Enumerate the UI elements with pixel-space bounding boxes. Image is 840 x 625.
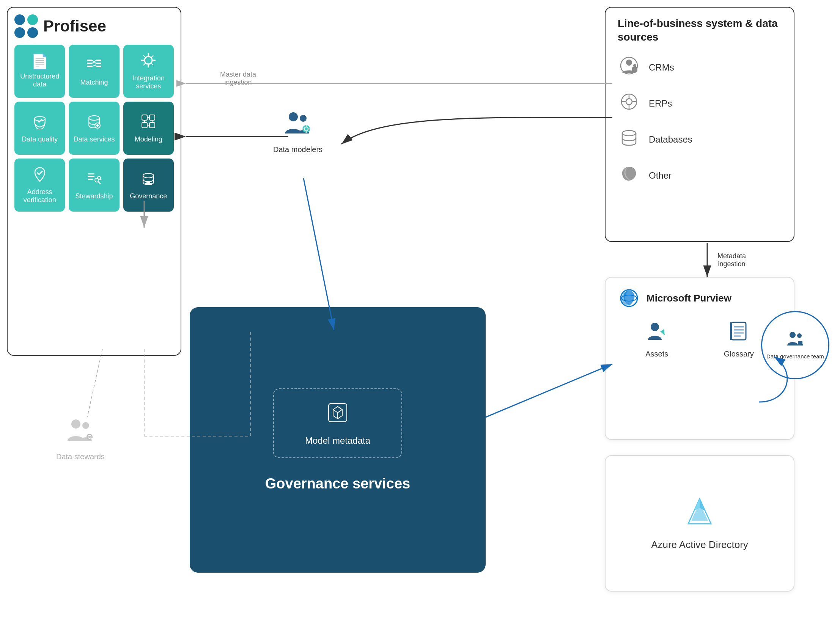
- crm-icon: [618, 56, 640, 80]
- svg-rect-5: [96, 66, 101, 67]
- tile-modeling[interactable]: Modeling: [123, 102, 174, 155]
- other-label: Other: [649, 170, 672, 181]
- tile-unstructured-data[interactable]: 📄 Unstructured data: [14, 45, 65, 98]
- svg-point-80: [790, 332, 796, 338]
- logo-dot-2: [27, 14, 38, 25]
- svg-line-8: [92, 65, 96, 66]
- svg-line-16: [151, 55, 153, 58]
- erp-label: ERPs: [649, 98, 672, 109]
- svg-point-60: [71, 419, 80, 429]
- tile-matching[interactable]: Matching: [69, 45, 119, 98]
- other-icon: [618, 164, 640, 188]
- data-stewards: Data stewards: [56, 417, 105, 461]
- profisee-title: Profisee: [43, 17, 106, 35]
- crm-label: CRMs: [649, 62, 674, 73]
- lob-item-crm: CRMs: [618, 56, 782, 80]
- svg-rect-33: [88, 179, 93, 180]
- address-verification-icon: [32, 166, 48, 184]
- svg-rect-39: [146, 182, 150, 183]
- lob-item-databases: Databases: [618, 128, 782, 152]
- governance-icon: [140, 170, 156, 188]
- svg-rect-40: [145, 183, 152, 184]
- svg-point-38: [143, 173, 154, 178]
- azure-icon: [684, 496, 715, 533]
- glossary-icon: [728, 321, 749, 346]
- metadata-ingestion-label: Metadataingestion: [717, 252, 746, 268]
- svg-line-37: [100, 179, 101, 180]
- svg-rect-2: [87, 66, 92, 67]
- databases-icon: [618, 128, 640, 152]
- profisee-box: Profisee 📄 Unstructured data: [7, 7, 181, 356]
- purview-header: Microsoft Purview: [618, 287, 782, 309]
- data-services-icon: [86, 113, 102, 132]
- purview-assets: Assets: [645, 321, 668, 358]
- svg-rect-32: [88, 176, 94, 177]
- integration-services-icon: [140, 52, 156, 71]
- tile-stewardship[interactable]: Stewardship: [69, 159, 119, 212]
- svg-point-51: [622, 130, 636, 136]
- gov-services-title: Governance services: [265, 476, 410, 492]
- data-modelers-icon: [283, 110, 313, 142]
- data-modelers: Data modelers: [273, 110, 322, 154]
- svg-line-35: [98, 182, 101, 184]
- stewardship-icon: [86, 170, 102, 188]
- svg-line-15: [151, 63, 153, 65]
- svg-point-44: [633, 64, 636, 67]
- tile-governance[interactable]: Governance: [123, 159, 174, 212]
- svg-point-61: [82, 422, 89, 429]
- svg-rect-31: [88, 173, 94, 174]
- lob-item-other: Other: [618, 164, 782, 188]
- data-modelers-label: Data modelers: [273, 145, 322, 154]
- azure-label: Azure Active Directory: [651, 539, 748, 551]
- svg-rect-25: [142, 122, 147, 128]
- svg-rect-24: [149, 115, 155, 120]
- purview-title: Microsoft Purview: [647, 292, 731, 304]
- tile-integration-services[interactable]: Integration services: [123, 45, 174, 98]
- svg-point-69: [651, 323, 659, 331]
- svg-line-17: [143, 63, 146, 65]
- svg-point-18: [35, 116, 45, 121]
- logo-dot-1: [14, 14, 25, 25]
- master-data-label: Master dataingestion: [220, 71, 256, 86]
- tile-grid: 📄 Unstructured data Matching: [14, 45, 174, 212]
- gov-services-box: Model metadata Governance services: [190, 307, 486, 573]
- assets-label: Assets: [645, 350, 668, 358]
- erp-icon: [618, 92, 640, 116]
- svg-line-14: [143, 55, 146, 58]
- logo-dot-4: [27, 27, 38, 38]
- lob-title: Line-of-business system & data sources: [618, 17, 782, 44]
- svg-rect-23: [142, 115, 147, 120]
- data-stewards-icon: [65, 417, 96, 449]
- tile-data-quality[interactable]: Data quality: [14, 102, 65, 155]
- tile-data-services[interactable]: Data services: [69, 102, 119, 155]
- profisee-logo: [14, 14, 38, 38]
- matching-icon: [86, 57, 102, 75]
- profisee-header: Profisee: [14, 14, 174, 38]
- model-metadata-icon: [326, 400, 350, 430]
- svg-rect-4: [96, 63, 101, 64]
- databases-label: Databases: [649, 134, 692, 145]
- svg-point-36: [98, 176, 101, 179]
- purview-items: Assets Glossary: [618, 321, 782, 358]
- azure-ad-box: Azure Active Directory: [605, 455, 794, 592]
- svg-point-52: [289, 112, 298, 121]
- purview-glossary: Glossary: [724, 321, 754, 358]
- svg-line-96: [486, 364, 612, 417]
- governance-team-icon: [786, 330, 805, 350]
- glossary-label: Glossary: [724, 350, 754, 358]
- logo-dot-3: [14, 27, 25, 38]
- svg-line-94: [87, 349, 102, 417]
- svg-point-46: [626, 99, 632, 105]
- modeling-icon: [140, 113, 156, 132]
- svg-point-19: [89, 116, 99, 120]
- data-stewards-label: Data stewards: [56, 452, 105, 461]
- data-quality-icon: [32, 113, 48, 132]
- svg-rect-3: [96, 60, 101, 61]
- tile-address-verification[interactable]: Address verification: [14, 159, 65, 212]
- svg-point-53: [300, 115, 307, 122]
- svg-rect-70: [731, 322, 746, 340]
- svg-rect-43: [632, 67, 637, 72]
- assets-icon: [647, 321, 667, 346]
- governance-team-label: Data governance team: [763, 353, 827, 360]
- svg-rect-82: [798, 341, 802, 345]
